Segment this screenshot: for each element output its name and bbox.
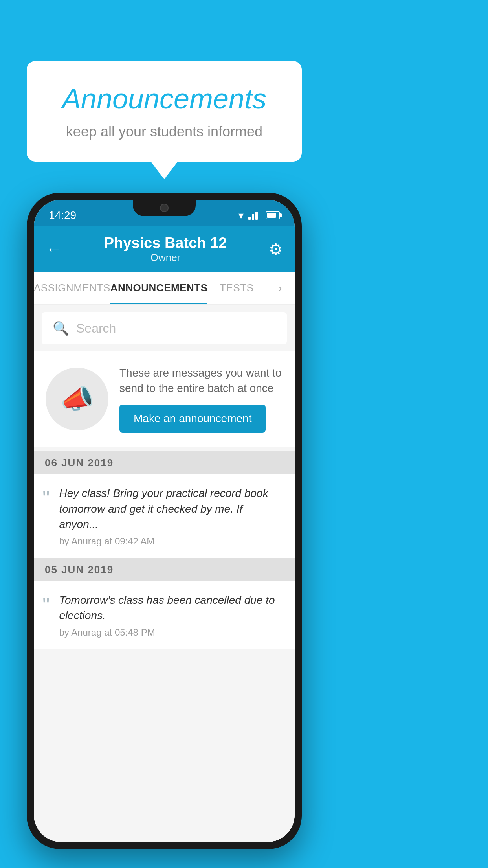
announcement-text-1: Hey class! Bring your practical record b… [59,485,284,532]
status-time: 14:29 [49,209,76,222]
phone-notch [133,200,196,216]
date-text-2: 05 JUN 2019 [45,564,114,576]
header-center: Physics Batch 12 Owner [104,235,227,264]
announcements-subtitle: keep all your students informed [50,123,278,140]
announcement-content-1: Hey class! Bring your practical record b… [59,485,284,547]
phone-wrapper: 14:29 ▾ [27,193,302,849]
tab-announcements[interactable]: ANNOUNCEMENTS [110,272,208,304]
promo-description: These are messages you want to send to t… [119,365,283,396]
announcement-item-1[interactable]: " Hey class! Bring your practical record… [34,474,295,558]
batch-title: Physics Batch 12 [104,235,227,252]
speech-bubble: Announcements keep all your students inf… [27,61,302,162]
search-placeholder: Search [76,321,116,336]
quote-icon-1: " [42,488,50,508]
announcement-text-2: Tomorrow's class has been cancelled due … [59,592,284,623]
tab-bar: ASSIGNMENTS ANNOUNCEMENTS TESTS › [34,272,295,305]
date-separator-2: 05 JUN 2019 [34,558,295,581]
battery-fill [267,213,276,218]
search-icon: 🔍 [53,320,69,336]
battery-icon [266,211,280,219]
phone-camera [160,204,169,212]
speech-bubble-container: Announcements keep all your students inf… [27,61,302,162]
signal-icon [248,211,259,220]
screen-body: 🔍 Search 📣 These are messages you want t… [34,305,295,842]
settings-button[interactable]: ⚙ [269,240,283,258]
quote-icon-2: " [42,595,50,615]
promo-avatar: 📣 [46,368,108,430]
search-bar[interactable]: 🔍 Search [42,312,287,344]
tab-assignments[interactable]: ASSIGNMENTS [34,272,110,304]
announcement-meta-1: by Anurag at 09:42 AM [59,536,284,547]
wifi-icon: ▾ [238,210,244,222]
announcement-item-2[interactable]: " Tomorrow's class has been cancelled du… [34,581,295,649]
make-announcement-button[interactable]: Make an announcement [119,405,266,433]
date-separator-1: 06 JUN 2019 [34,451,295,474]
tab-more[interactable]: › [266,272,295,304]
megaphone-icon: 📣 [61,383,94,415]
app-header: ← Physics Batch 12 Owner ⚙ [34,226,295,272]
status-icons: ▾ [238,210,280,222]
owner-label: Owner [104,252,227,264]
announcement-content-2: Tomorrow's class has been cancelled due … [59,592,284,638]
promo-card: 📣 These are messages you want to send to… [34,351,295,447]
phone-screen-inner: 14:29 ▾ [34,200,295,842]
back-button[interactable]: ← [46,240,62,259]
tab-tests[interactable]: TESTS [207,272,266,304]
announcements-title: Announcements [50,83,278,115]
announcement-meta-2: by Anurag at 05:48 PM [59,627,284,638]
phone-screen: 14:29 ▾ [34,200,295,842]
promo-text-area: These are messages you want to send to t… [119,365,283,433]
phone-outer: 14:29 ▾ [27,193,302,849]
date-text-1: 06 JUN 2019 [45,457,114,469]
